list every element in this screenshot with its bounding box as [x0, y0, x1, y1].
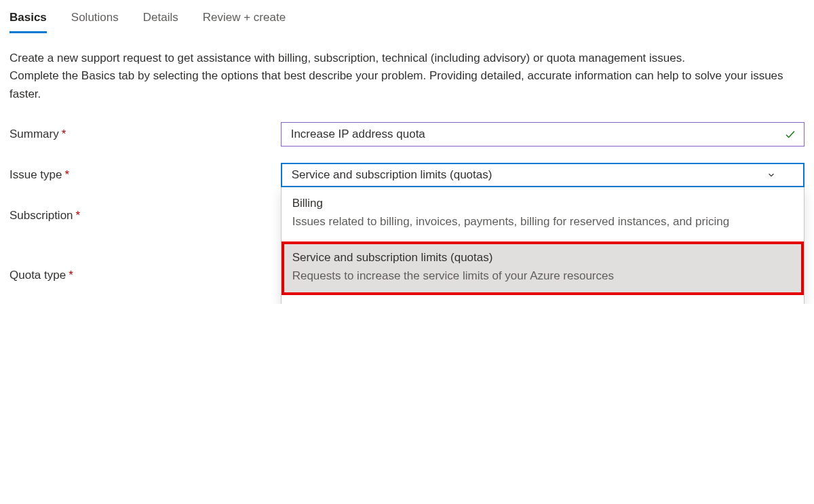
- label-quota-type: Quota type*: [9, 263, 281, 282]
- tab-basics[interactable]: Basics: [9, 5, 47, 33]
- option-billing[interactable]: Billing Issues related to billing, invoi…: [282, 187, 804, 241]
- summary-input[interactable]: [281, 122, 805, 147]
- tab-strip: Basics Solutions Details Review + create: [9, 5, 805, 33]
- required-indicator: *: [76, 209, 81, 222]
- label-summary: Summary*: [9, 122, 281, 141]
- option-subscription-management[interactable]: Subscription management Subscription man…: [282, 295, 804, 304]
- tab-details[interactable]: Details: [143, 5, 178, 33]
- option-limits-title: Service and subscription limits (quotas): [292, 251, 793, 265]
- option-limits-desc: Requests to increase the service limits …: [292, 267, 793, 285]
- field-summary: [281, 122, 805, 147]
- option-limits[interactable]: Service and subscription limits (quotas)…: [282, 241, 804, 296]
- label-subscription: Subscription*: [9, 203, 281, 222]
- required-indicator: *: [62, 128, 66, 140]
- required-indicator: *: [65, 168, 70, 181]
- label-issue-type: Issue type*: [9, 163, 281, 182]
- tab-solutions[interactable]: Solutions: [71, 5, 119, 33]
- intro-paragraph-2: Complete the Basics tab by selecting the…: [9, 67, 803, 103]
- issue-type-select[interactable]: Service and subscription limits (quotas): [281, 163, 805, 187]
- label-quota-type-text: Quota type: [9, 269, 66, 282]
- option-billing-desc: Issues related to billing, invoices, pay…: [292, 213, 793, 231]
- label-summary-text: Summary: [9, 128, 59, 140]
- issue-type-selected-value: Service and subscription limits (quotas): [292, 168, 492, 182]
- issue-type-dropdown: Billing Issues related to billing, invoi…: [281, 187, 805, 304]
- option-billing-title: Billing: [292, 197, 793, 210]
- tab-review-create[interactable]: Review + create: [203, 5, 286, 33]
- intro-text: Create a new support request to get assi…: [9, 50, 803, 103]
- required-indicator: *: [69, 269, 73, 282]
- field-issue-type: Service and subscription limits (quotas)…: [281, 163, 805, 187]
- chevron-down-icon: [767, 170, 776, 180]
- intro-paragraph-1: Create a new support request to get assi…: [9, 50, 803, 67]
- label-subscription-text: Subscription: [9, 209, 73, 222]
- row-summary: Summary*: [9, 122, 805, 147]
- label-issue-type-text: Issue type: [9, 168, 62, 181]
- row-issue-type: Issue type* Service and subscription lim…: [9, 163, 805, 187]
- check-icon: [784, 128, 796, 140]
